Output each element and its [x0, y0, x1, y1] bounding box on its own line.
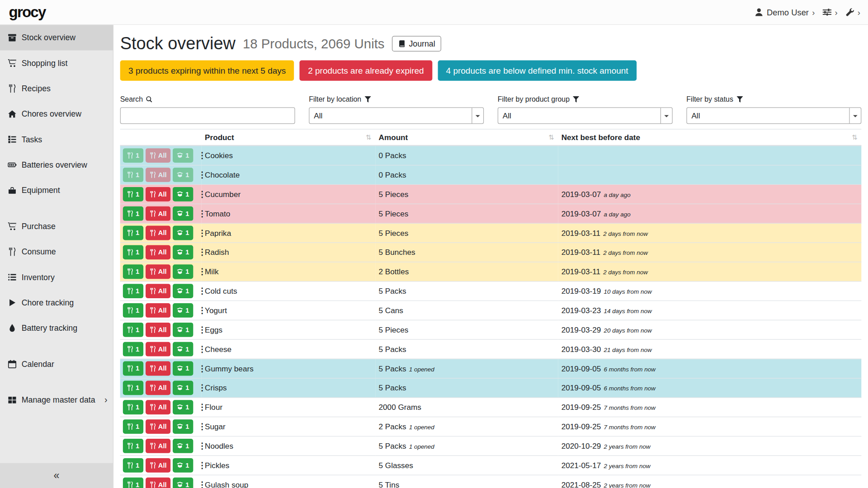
- sidebar-item-inventory[interactable]: Inventory: [0, 264, 113, 290]
- consume-one-button[interactable]: 1: [123, 187, 143, 202]
- consume-one-button[interactable]: 1: [123, 264, 143, 279]
- consume-all-button[interactable]: All: [146, 419, 171, 434]
- consume-all-button[interactable]: All: [146, 478, 171, 488]
- sidebar-item-manage-master-data[interactable]: Manage master data ›: [0, 387, 113, 413]
- consume-all-button[interactable]: All: [146, 439, 171, 453]
- open-one-button[interactable]: 1: [173, 187, 193, 202]
- consume-all-button[interactable]: All: [146, 206, 171, 221]
- location-select[interactable]: All: [309, 108, 484, 124]
- consume-one-button[interactable]: 1: [123, 284, 143, 298]
- product-group-select[interactable]: All: [498, 108, 673, 124]
- below-min-stock-badge[interactable]: 4 products are below defined min. stock …: [438, 60, 637, 80]
- product-name: Flour: [202, 398, 375, 417]
- consume-one-button[interactable]: 1: [123, 303, 143, 318]
- consume-one-button[interactable]: 1: [123, 226, 143, 240]
- consume-one-button[interactable]: 1: [123, 323, 143, 337]
- consume-all-button[interactable]: All: [146, 380, 171, 395]
- best-before-date: 2021-05-17: [561, 461, 601, 470]
- sidebar-item-batteries-overview[interactable]: Batteries overview: [0, 152, 113, 178]
- status-select[interactable]: All: [686, 108, 861, 124]
- date-note: 2 years from now: [604, 482, 650, 488]
- app-root: grocy Demo User › › › Stock overview Sho…: [0, 0, 868, 488]
- consume-all-button[interactable]: All: [146, 342, 171, 357]
- consume-one-button[interactable]: 1: [123, 380, 143, 395]
- search-input[interactable]: [120, 108, 295, 124]
- sidebar-item-recipes[interactable]: Recipes: [0, 76, 113, 101]
- open-one-button[interactable]: 1: [173, 419, 193, 434]
- table-row: 1 All 1 ⋮ Yogurt 5 Cans 2019-03-2314 day…: [120, 301, 862, 320]
- utensils-icon: [127, 268, 133, 275]
- sidebar-item-chore-tracking[interactable]: Chore tracking: [0, 290, 113, 315]
- box-open-icon: [177, 423, 184, 430]
- settings-menu[interactable]: ›: [823, 8, 838, 17]
- amount: 5 Glasses: [379, 461, 413, 470]
- amount: 5 Pieces: [379, 190, 409, 199]
- sidebar-item-equipment[interactable]: Equipment: [0, 178, 113, 203]
- sidebar-collapse-button[interactable]: «: [0, 463, 113, 488]
- open-one-button[interactable]: 1: [173, 206, 193, 221]
- open-one-button[interactable]: 1: [173, 303, 193, 318]
- consume-all-button[interactable]: All: [146, 264, 171, 279]
- consume-one-button[interactable]: 1: [123, 342, 143, 357]
- consume-one-button[interactable]: 1: [123, 361, 143, 376]
- open-one-button[interactable]: 1: [173, 342, 193, 357]
- best-before-date: 2019-03-11: [561, 229, 600, 238]
- consume-one-button[interactable]: 1: [123, 478, 143, 488]
- open-one-button[interactable]: 1: [173, 458, 193, 473]
- amount: 5 Bunches: [379, 248, 415, 257]
- consume-all-button[interactable]: All: [146, 323, 171, 337]
- utensils-icon: [149, 152, 156, 159]
- expired-badge[interactable]: 2 products are already expired: [300, 60, 432, 80]
- product-name: Cookies: [202, 145, 375, 165]
- consume-one-button[interactable]: 1: [123, 206, 143, 221]
- sidebar-item-tasks[interactable]: Tasks: [0, 127, 113, 152]
- consume-all-button[interactable]: All: [146, 284, 171, 298]
- open-one-button[interactable]: 1: [173, 284, 193, 298]
- utensils-icon: [149, 288, 156, 295]
- table-row: 1 All 1 ⋮ Cookies 0 Packs: [120, 145, 862, 165]
- consume-one-button[interactable]: 1: [123, 458, 143, 473]
- consume-all-button[interactable]: All: [146, 361, 171, 376]
- journal-label: Journal: [409, 39, 435, 48]
- open-one-button[interactable]: 1: [173, 439, 193, 453]
- open-one-button[interactable]: 1: [173, 361, 193, 376]
- box-open-icon: [177, 365, 184, 372]
- open-one-button[interactable]: 1: [173, 323, 193, 337]
- consume-all-button[interactable]: All: [146, 245, 171, 259]
- open-one-button[interactable]: 1: [173, 226, 193, 240]
- open-one-button[interactable]: 1: [173, 400, 193, 414]
- brand-logo[interactable]: grocy: [9, 4, 46, 21]
- consume-one-button[interactable]: 1: [123, 439, 143, 453]
- sidebar-item-stock-overview[interactable]: Stock overview: [0, 25, 113, 50]
- consume-one-button[interactable]: 1: [123, 245, 143, 259]
- filters-row: Search Filter by location All Filter by …: [120, 95, 862, 124]
- topbar: grocy Demo User › › ›: [0, 0, 868, 25]
- amount-column-header[interactable]: Amount ⇅: [375, 129, 558, 145]
- open-one-button[interactable]: 1: [173, 264, 193, 279]
- consume-one-button[interactable]: 1: [123, 400, 143, 414]
- journal-button[interactable]: Journal: [392, 36, 441, 52]
- open-one-button[interactable]: 1: [173, 245, 193, 259]
- admin-menu[interactable]: ›: [845, 8, 860, 17]
- utensils-icon: [149, 443, 156, 450]
- consume-all-button[interactable]: All: [146, 226, 171, 240]
- consume-all-button[interactable]: All: [146, 400, 171, 414]
- user-menu[interactable]: Demo User ›: [755, 8, 815, 17]
- consume-all-button[interactable]: All: [146, 303, 171, 318]
- consume-one-button[interactable]: 1: [123, 419, 143, 434]
- sidebar-item-calendar[interactable]: Calendar: [0, 352, 113, 377]
- sidebar-item-chores-overview[interactable]: Chores overview: [0, 101, 113, 127]
- product-column-header[interactable]: Product ⇅: [202, 129, 375, 145]
- sidebar-item-shopping-list[interactable]: Shopping list: [0, 50, 113, 75]
- expiring-badge[interactable]: 3 products expiring within the next 5 da…: [120, 60, 294, 80]
- open-one-button[interactable]: 1: [173, 478, 193, 488]
- journal-icon: [398, 40, 406, 47]
- date-column-header[interactable]: Next best before date ⇅: [558, 129, 861, 145]
- consume-all-button[interactable]: All: [146, 458, 171, 473]
- consume-all-button[interactable]: All: [146, 187, 171, 202]
- sidebar-item-purchase[interactable]: Purchase: [0, 214, 113, 239]
- sidebar-item-consume[interactable]: Consume: [0, 239, 113, 264]
- table-row: 1 All 1 ⋮ Tomato 5 Pieces 2019-03-07a da…: [120, 204, 862, 223]
- sidebar-item-battery-tracking[interactable]: Battery tracking: [0, 315, 113, 341]
- open-one-button[interactable]: 1: [173, 380, 193, 395]
